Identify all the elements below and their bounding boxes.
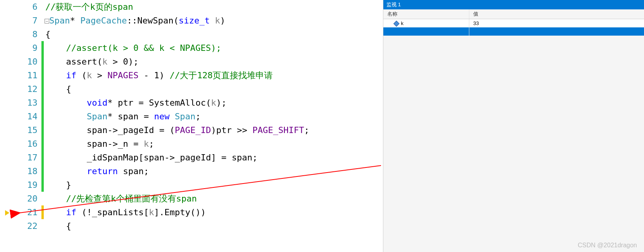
breakpoint-margin[interactable] bbox=[0, 14, 14, 27]
code-line[interactable]: 22 { bbox=[0, 219, 383, 233]
code-line[interactable]: 9 //assert(k > 0 && k < NPAGES); bbox=[0, 41, 383, 55]
watch-var-value[interactable]: 33 bbox=[469, 19, 644, 27]
line-number: 17 bbox=[14, 151, 41, 164]
code-text[interactable]: //获取一个k页的span bbox=[44, 0, 383, 14]
code-line[interactable]: 10 assert(k > 0); bbox=[0, 55, 383, 68]
code-text[interactable]: { bbox=[44, 219, 383, 233]
line-number: 16 bbox=[14, 137, 41, 151]
code-text[interactable]: _idSpanMap[span->_pageId] = span; bbox=[44, 151, 383, 164]
code-text[interactable]: { bbox=[44, 82, 383, 96]
line-number: 22 bbox=[14, 219, 41, 233]
watch-var-name-text: k bbox=[401, 20, 404, 26]
line-number: 9 bbox=[14, 41, 41, 55]
code-text[interactable]: Span* PageCache::NewSpan(size_t k) bbox=[44, 14, 383, 27]
breakpoint-margin[interactable] bbox=[0, 178, 14, 192]
line-number: 15 bbox=[14, 123, 41, 137]
breakpoint-margin[interactable] bbox=[0, 68, 14, 82]
code-text[interactable]: return span; bbox=[44, 164, 383, 178]
code-editor[interactable]: 6//获取一个k页的span7Span* PageCache::NewSpan(… bbox=[0, 0, 383, 252]
breakpoint-margin[interactable] bbox=[0, 123, 14, 137]
code-line[interactable]: 13 void* ptr = SystemAlloc(k); bbox=[0, 96, 383, 110]
current-line-arrow-icon bbox=[5, 210, 9, 216]
code-line[interactable]: 8{ bbox=[0, 27, 383, 41]
line-number: 12 bbox=[14, 82, 41, 96]
breakpoint-margin[interactable] bbox=[0, 96, 14, 110]
code-line[interactable]: 21 if (!_spanLists[k].Empty()) bbox=[0, 205, 383, 219]
breakpoint-margin[interactable] bbox=[0, 27, 14, 41]
watch-panel-title: 监视 1 bbox=[383, 0, 644, 9]
code-line[interactable]: 15 span->_pageId = (PAGE_ID)ptr >> PAGE_… bbox=[0, 123, 383, 137]
code-text[interactable]: } bbox=[44, 178, 383, 192]
breakpoint-margin[interactable] bbox=[0, 55, 14, 68]
code-text[interactable]: { bbox=[44, 27, 383, 41]
line-number: 13 bbox=[14, 96, 41, 110]
watch-panel: 监视 1 名称 值 k 33 bbox=[383, 0, 644, 252]
code-text[interactable]: Span* span = new Span; bbox=[44, 110, 383, 123]
watch-header-name[interactable]: 名称 bbox=[383, 9, 469, 19]
code-line[interactable]: 20 //先检查第k个桶里面有没有span bbox=[0, 192, 383, 205]
code-text[interactable]: span->_pageId = (PAGE_ID)ptr >> PAGE_SHI… bbox=[44, 123, 383, 137]
line-number: 10 bbox=[14, 55, 41, 68]
watermark: CSDN @2021dragon bbox=[578, 242, 637, 249]
line-number: 18 bbox=[14, 164, 41, 178]
line-number: 14 bbox=[14, 110, 41, 123]
breakpoint-margin[interactable] bbox=[0, 219, 14, 233]
breakpoint-margin[interactable] bbox=[0, 164, 14, 178]
line-number: 7 bbox=[14, 14, 41, 27]
code-text[interactable]: assert(k > 0); bbox=[44, 55, 383, 68]
code-text[interactable]: if (!_spanLists[k].Empty()) bbox=[44, 205, 383, 219]
watch-var-name[interactable]: k bbox=[383, 19, 469, 27]
code-text[interactable]: //先检查第k个桶里面有没有span bbox=[44, 192, 383, 205]
variable-icon bbox=[394, 21, 400, 27]
watch-header-row: 名称 值 bbox=[383, 9, 644, 19]
code-line[interactable]: 12 { bbox=[0, 82, 383, 96]
watch-row[interactable]: k 33 bbox=[383, 19, 644, 27]
line-number: 8 bbox=[14, 27, 41, 41]
breakpoint-margin[interactable] bbox=[0, 151, 14, 164]
code-text[interactable]: void* ptr = SystemAlloc(k); bbox=[44, 96, 383, 110]
code-line[interactable]: 14 Span* span = new Span; bbox=[0, 110, 383, 123]
code-line[interactable]: 16 span->_n = k; bbox=[0, 137, 383, 151]
code-line[interactable]: 17 _idSpanMap[span->_pageId] = span; bbox=[0, 151, 383, 164]
breakpoint-margin[interactable] bbox=[0, 110, 14, 123]
code-line[interactable]: 19 } bbox=[0, 178, 383, 192]
breakpoint-margin[interactable] bbox=[0, 192, 14, 205]
code-text[interactable]: if (k > NPAGES - 1) //大于128页直接找堆申请 bbox=[44, 68, 383, 82]
line-number: 6 bbox=[14, 0, 41, 14]
fold-toggle-icon[interactable] bbox=[45, 19, 49, 23]
code-line[interactable]: 18 return span; bbox=[0, 164, 383, 178]
line-number: 21 bbox=[14, 205, 41, 219]
breakpoint-margin[interactable] bbox=[0, 41, 14, 55]
breakpoint-margin[interactable] bbox=[0, 82, 14, 96]
line-number: 19 bbox=[14, 178, 41, 192]
breakpoint-margin[interactable] bbox=[0, 137, 14, 151]
code-line[interactable]: 11 if (k > NPAGES - 1) //大于128页直接找堆申请 bbox=[0, 68, 383, 82]
code-line[interactable]: 6//获取一个k页的span bbox=[0, 0, 383, 14]
line-number: 20 bbox=[14, 192, 41, 205]
line-number: 11 bbox=[14, 68, 41, 82]
watch-header-value[interactable]: 值 bbox=[469, 9, 644, 19]
code-text[interactable]: span->_n = k; bbox=[44, 137, 383, 151]
breakpoint-margin[interactable] bbox=[0, 0, 14, 14]
breakpoint-margin[interactable] bbox=[0, 205, 14, 219]
code-text[interactable]: //assert(k > 0 && k < NPAGES); bbox=[44, 41, 383, 55]
watch-row-empty-selected[interactable] bbox=[383, 27, 644, 36]
code-line[interactable]: 7Span* PageCache::NewSpan(size_t k) bbox=[0, 14, 383, 27]
